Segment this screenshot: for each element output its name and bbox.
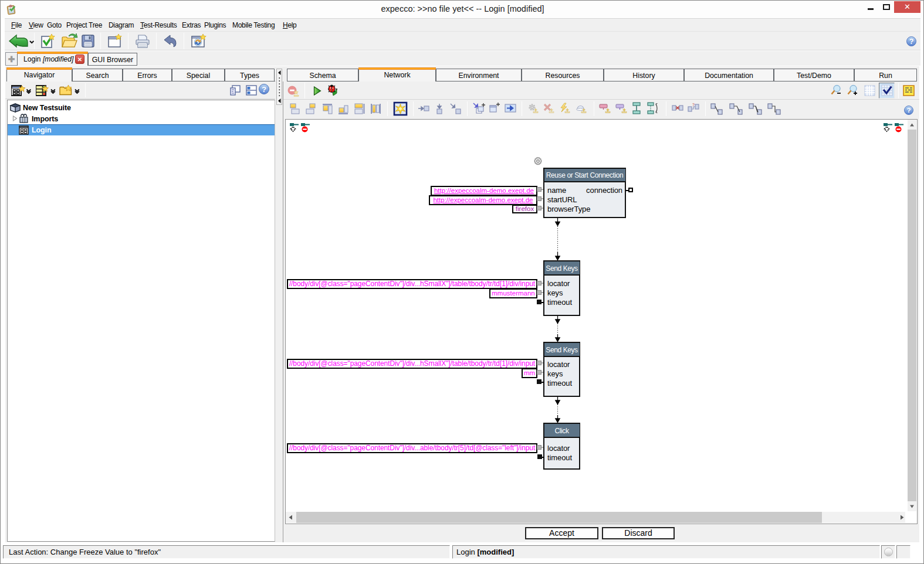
svg-text:?: ?: [906, 106, 911, 114]
svg-text:?: ?: [692, 103, 695, 107]
svg-text:?: ?: [262, 85, 266, 94]
svg-text:?: ?: [909, 38, 914, 46]
